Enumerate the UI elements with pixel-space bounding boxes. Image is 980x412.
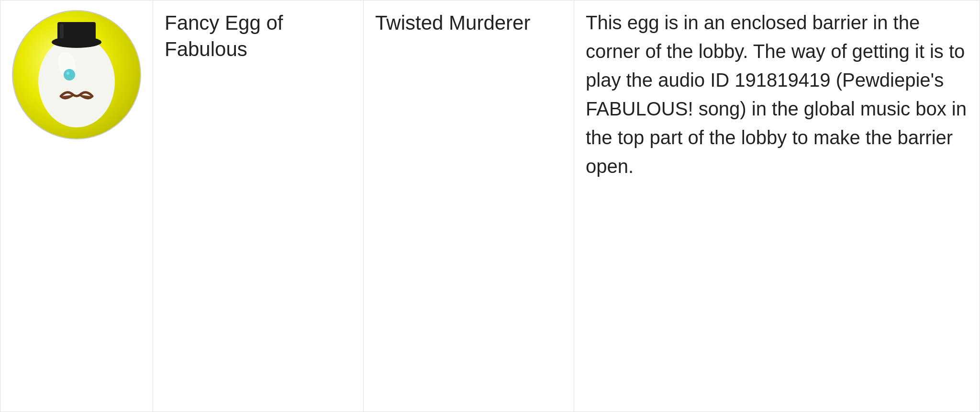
svg-point-6 — [67, 72, 69, 75]
egg-name-text: Fancy Egg of Fabulous — [165, 10, 352, 62]
image-cell — [0, 0, 153, 412]
game-name-text: Twisted Murderer — [375, 10, 530, 36]
table-row: Fancy Egg of Fabulous Twisted Murderer T… — [0, 0, 980, 412]
svg-rect-4 — [60, 24, 64, 38]
egg-image — [12, 10, 141, 139]
description-text: This egg is in an enclosed barrier in th… — [586, 8, 968, 181]
game-name-cell: Twisted Murderer — [364, 0, 574, 412]
egg-name-cell: Fancy Egg of Fabulous — [153, 0, 364, 412]
egg-illustration — [26, 17, 127, 132]
svg-point-5 — [64, 69, 75, 80]
svg-point-0 — [38, 36, 115, 127]
description-cell: This egg is in an enclosed barrier in th… — [574, 0, 980, 412]
